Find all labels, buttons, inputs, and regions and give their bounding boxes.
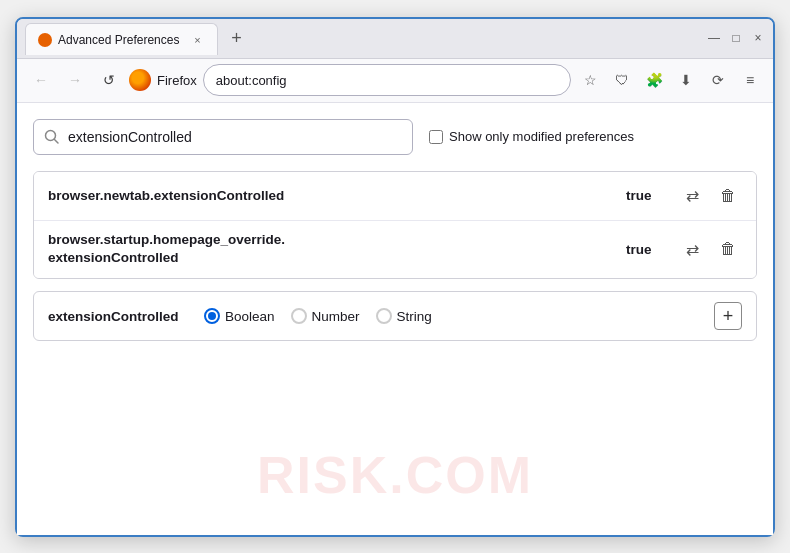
tab-title: Advanced Preferences <box>58 33 179 47</box>
sync-icon[interactable]: ⟳ <box>705 67 731 93</box>
title-bar: Advanced Preferences × + — □ × <box>17 19 773 59</box>
pref-name-1: browser.newtab.extensionControlled <box>48 188 626 203</box>
back-button[interactable]: ← <box>27 66 55 94</box>
radio-circle-number <box>291 308 307 324</box>
delete-button-2[interactable]: 🗑 <box>714 235 742 263</box>
url-text: about:config <box>216 73 287 88</box>
tab-favicon <box>38 33 52 47</box>
type-radio-group: Boolean Number String <box>204 308 698 324</box>
radio-string-label: String <box>397 309 432 324</box>
swap-button-1[interactable]: ⇄ <box>678 182 706 210</box>
delete-button-1[interactable]: 🗑 <box>714 182 742 210</box>
show-modified-label: Show only modified preferences <box>449 129 634 144</box>
swap-button-2[interactable]: ⇄ <box>678 235 706 263</box>
window-controls: — □ × <box>707 31 765 45</box>
show-modified-checkbox[interactable] <box>429 130 443 144</box>
reload-button[interactable]: ↺ <box>95 66 123 94</box>
download-icon[interactable]: ⬇ <box>673 67 699 93</box>
show-modified-container: Show only modified preferences <box>429 129 634 144</box>
minimize-button[interactable]: — <box>707 31 721 45</box>
forward-button[interactable]: → <box>61 66 89 94</box>
radio-boolean[interactable]: Boolean <box>204 308 275 324</box>
new-tab-button[interactable]: + <box>222 24 250 52</box>
tab-area: Advanced Preferences × + <box>25 22 707 54</box>
pref-search-container <box>33 119 413 155</box>
nav-bar: ← → ↺ Firefox about:config ☆ 🛡 🧩 ⬇ ⟳ ≡ <box>17 59 773 103</box>
shield-icon[interactable]: 🛡 <box>609 67 635 93</box>
radio-boolean-label: Boolean <box>225 309 275 324</box>
pref-value-2: true <box>626 242 666 257</box>
maximize-button[interactable]: □ <box>729 31 743 45</box>
radio-circle-boolean <box>204 308 220 324</box>
preferences-table: browser.newtab.extensionControlled true … <box>33 171 757 280</box>
active-tab[interactable]: Advanced Preferences × <box>25 23 218 55</box>
pref-actions-2: ⇄ 🗑 <box>678 235 742 263</box>
pref-actions-1: ⇄ 🗑 <box>678 182 742 210</box>
browser-window: Advanced Preferences × + — □ × ← → ↺ Fir… <box>15 17 775 537</box>
extension-icon[interactable]: 🧩 <box>641 67 667 93</box>
pref-name-2-line2: extensionControlled <box>48 250 179 265</box>
table-row: browser.startup.homepage_override. exten… <box>34 221 756 279</box>
pref-value-1: true <box>626 188 666 203</box>
firefox-label: Firefox <box>157 73 197 88</box>
pref-name-2: browser.startup.homepage_override. exten… <box>48 231 626 269</box>
radio-circle-string <box>376 308 392 324</box>
search-row: Show only modified preferences <box>33 119 757 155</box>
tab-close-button[interactable]: × <box>189 32 205 48</box>
content-area: RISK.COM Show only modified preferences … <box>17 103 773 535</box>
table-row: browser.newtab.extensionControlled true … <box>34 172 756 221</box>
menu-button[interactable]: ≡ <box>737 67 763 93</box>
window-close-button[interactable]: × <box>751 31 765 45</box>
svg-line-1 <box>55 139 59 143</box>
bookmark-icon[interactable]: ☆ <box>577 67 603 93</box>
radio-number-label: Number <box>312 309 360 324</box>
url-bar[interactable]: about:config <box>203 64 571 96</box>
add-preference-button[interactable]: + <box>714 302 742 330</box>
pref-name-2-line1: browser.startup.homepage_override. <box>48 232 285 247</box>
new-pref-name: extensionControlled <box>48 309 188 324</box>
radio-number[interactable]: Number <box>291 308 360 324</box>
firefox-logo <box>129 69 151 91</box>
nav-icons: ☆ 🛡 🧩 ⬇ ⟳ ≡ <box>577 67 763 93</box>
radio-string[interactable]: String <box>376 308 432 324</box>
watermark: RISK.COM <box>257 445 533 505</box>
new-preference-row: extensionControlled Boolean Number Strin… <box>33 291 757 341</box>
search-input[interactable] <box>68 129 402 145</box>
search-icon <box>44 129 60 145</box>
